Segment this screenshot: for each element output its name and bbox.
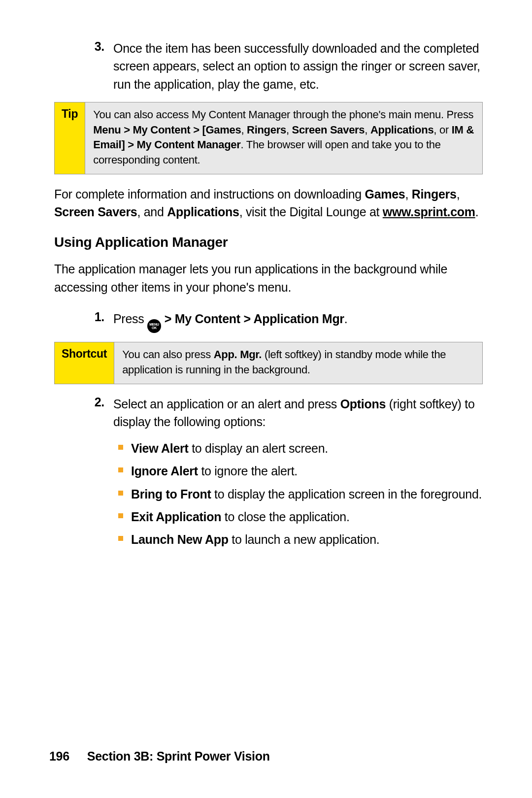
page-number: 196 xyxy=(49,749,69,763)
tip-text: You can also access My Content Manager t… xyxy=(93,108,473,121)
intro-paragraph: The application manager lets you run app… xyxy=(54,260,483,296)
shortcut-body: You can also press App. Mgr. (left softk… xyxy=(114,342,482,384)
bullet-icon xyxy=(118,445,123,450)
info-paragraph: For complete information and instruction… xyxy=(54,185,483,221)
list-item: View Alert to display an alert screen. xyxy=(118,439,483,457)
tip-body: You can also access My Content Manager t… xyxy=(85,102,482,174)
tip-label: Tip xyxy=(55,102,85,174)
shortcut-label: Shortcut xyxy=(55,342,114,384)
tip-bold: Menu > My Content > [Games xyxy=(93,124,241,136)
list-item: Ignore Alert to ignore the alert. xyxy=(118,462,483,480)
page-footer: 196Section 3B: Sprint Power Vision xyxy=(49,749,270,764)
step-text: Once the item has been successfully down… xyxy=(113,39,483,93)
bullet-icon xyxy=(118,491,123,496)
section-heading: Using Application Manager xyxy=(54,234,483,250)
step-number: 3. xyxy=(84,39,113,93)
step-2: 2. Select an application or an alert and… xyxy=(84,395,483,431)
list-item: Launch New App to launch a new applicati… xyxy=(118,531,483,548)
tip-callout: Tip You can also access My Content Manag… xyxy=(54,102,483,174)
list-item: Bring to Front to display the applicatio… xyxy=(118,485,483,503)
section-label: Section 3B: Sprint Power Vision xyxy=(87,749,270,763)
options-list: View Alert to display an alert screen. I… xyxy=(118,439,483,548)
list-item: Exit Application to close the applicatio… xyxy=(118,508,483,526)
step-number: 2. xyxy=(84,395,113,431)
step-text: Press MENUOK > My Content > Application … xyxy=(113,310,483,333)
menu-ok-icon: MENUOK xyxy=(147,319,161,333)
sprint-link[interactable]: www.sprint.com xyxy=(383,205,475,219)
bullet-icon xyxy=(118,513,123,518)
bullet-icon xyxy=(118,467,123,472)
step-3: 3. Once the item has been successfully d… xyxy=(84,39,483,93)
shortcut-callout: Shortcut You can also press App. Mgr. (l… xyxy=(54,342,483,384)
step-number: 1. xyxy=(84,310,113,333)
bullet-icon xyxy=(118,536,123,541)
step-text: Select an application or an alert and pr… xyxy=(113,395,483,431)
step-1: 1. Press MENUOK > My Content > Applicati… xyxy=(84,310,483,333)
